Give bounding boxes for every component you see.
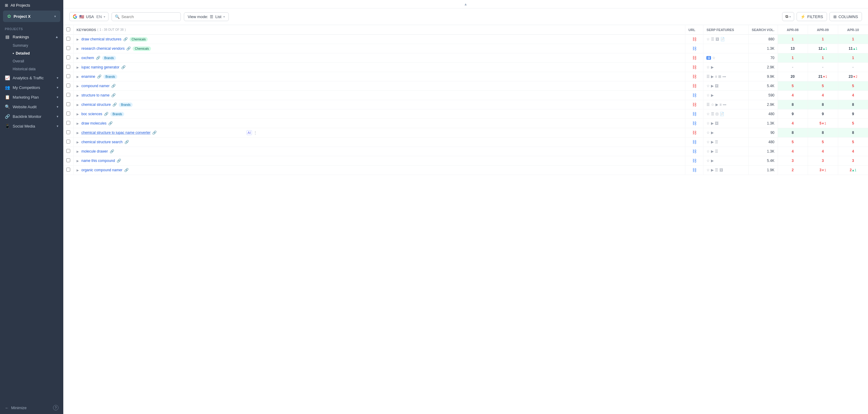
badge-chemicals: Chemicals <box>130 37 148 41</box>
row-checkbox[interactable] <box>66 74 70 78</box>
row-checkbox-cell[interactable] <box>63 100 73 110</box>
row-checkbox-cell[interactable] <box>63 63 73 72</box>
keyword-cell: ▶ molecule drawer 🔗 <box>73 147 685 156</box>
collapse-icon[interactable]: ▲ <box>464 2 467 6</box>
sidebar-item-rankings[interactable]: ▤ Rankings ▲ <box>0 32 63 41</box>
rank-change: ▼1 <box>822 122 826 125</box>
columns-button[interactable]: ⊞ COLUMNS <box>830 12 862 21</box>
project-selector[interactable]: ✿ Project X ▾ <box>3 10 60 22</box>
row-checkbox-cell[interactable] <box>63 166 73 175</box>
sidebar-subitem-detailed[interactable]: Detailed <box>0 50 63 57</box>
url-header-label: URL <box>688 28 695 32</box>
row-checkbox[interactable] <box>66 93 70 97</box>
row-checkbox-cell[interactable] <box>63 156 73 166</box>
row-checkbox-cell[interactable] <box>63 72 73 81</box>
search-engine-selector[interactable]: 🇺🇸 USA EN ▾ <box>69 12 108 21</box>
row-checkbox-cell[interactable] <box>63 35 73 44</box>
top-collapse-bar: ▲ <box>63 0 868 8</box>
more-options-button[interactable]: ⋮ <box>253 130 257 135</box>
sidebar-item-marketing[interactable]: 📋 Marketing Plan ▾ <box>0 92 63 102</box>
serp-cell: ☆ ▶ <box>704 91 749 100</box>
search-input-container[interactable]: 🔍 <box>112 12 181 21</box>
sidebar-item-backlink[interactable]: 🔗 Backlink Monitor ▾ <box>0 112 63 121</box>
keywords-column-header[interactable]: KEYWORDS ( 1 - 38 OUT OF 38 ) <box>73 25 685 35</box>
expand-button[interactable]: ▶ <box>76 131 79 135</box>
rank-cell: 21▼1 <box>808 72 838 81</box>
expand-button[interactable]: ▶ <box>76 56 79 60</box>
keywords-table-wrap: KEYWORDS ( 1 - 38 OUT OF 38 ) URL SERP F… <box>63 25 868 414</box>
keyword-cell: ▶ chemical structure 🔗 Brands <box>73 100 685 110</box>
search-icon: 🔍 <box>115 14 120 19</box>
ai-icon[interactable]: AI <box>247 130 252 135</box>
row-checkbox-cell[interactable] <box>63 91 73 100</box>
expand-button[interactable]: ▶ <box>76 159 79 162</box>
url-column-header[interactable]: URL <box>685 25 704 35</box>
expand-button[interactable]: ▶ <box>76 47 79 50</box>
sidebar-subitem-summary[interactable]: Summary <box>0 41 63 50</box>
row-checkbox-cell[interactable] <box>63 53 73 63</box>
row-checkbox[interactable] <box>66 149 70 153</box>
search-input[interactable] <box>121 14 178 19</box>
minimize-button[interactable]: ← Minimize ? <box>0 401 63 414</box>
row-checkbox[interactable] <box>66 84 70 87</box>
copy-button[interactable]: ⧉ ▾ <box>782 12 794 21</box>
help-icon[interactable]: ? <box>53 405 59 410</box>
row-checkbox-cell[interactable] <box>63 119 73 128</box>
sidebar-subitem-historical[interactable]: Historical data <box>0 65 63 73</box>
link-icon: 🔗 <box>124 168 129 172</box>
select-all-header[interactable] <box>63 25 73 35</box>
table-header-row: KEYWORDS ( 1 - 38 OUT OF 38 ) URL SERP F… <box>63 25 868 35</box>
keyword-cell: ▶ draw chemical structures 🔗 Chemicals <box>73 35 685 44</box>
expand-button[interactable]: ▶ <box>76 84 79 88</box>
expand-button[interactable]: ▶ <box>76 103 79 107</box>
row-checkbox[interactable] <box>66 168 70 172</box>
sidebar-item-competitors[interactable]: 👥 My Competitors ▾ <box>0 83 63 92</box>
expand-button[interactable]: ▶ <box>76 38 79 41</box>
row-checkbox[interactable] <box>66 37 70 41</box>
select-all-checkbox[interactable] <box>66 27 70 31</box>
keyword-cell: ▶ enamine 🔗 Brands <box>73 72 685 81</box>
row-checkbox-cell[interactable] <box>63 128 73 138</box>
row-checkbox[interactable] <box>66 130 70 134</box>
row-checkbox-cell[interactable] <box>63 147 73 156</box>
rank-cell: 4 <box>778 119 808 128</box>
row-checkbox-cell[interactable] <box>63 138 73 147</box>
row-checkbox-cell[interactable] <box>63 110 73 119</box>
row-checkbox[interactable] <box>66 140 70 144</box>
expand-button[interactable]: ▶ <box>76 169 79 172</box>
expand-button[interactable]: ▶ <box>76 122 79 125</box>
row-checkbox[interactable] <box>66 121 70 125</box>
row-checkbox[interactable] <box>66 102 70 106</box>
expand-button[interactable]: ▶ <box>76 94 79 97</box>
row-checkbox[interactable] <box>66 56 70 59</box>
row-checkbox-cell[interactable] <box>63 44 73 53</box>
filters-button[interactable]: ⚡ FILTERS <box>797 12 827 21</box>
url-link-icon: ⛓ <box>692 158 696 163</box>
apr10-column-header[interactable]: APR-10 <box>838 25 868 35</box>
expand-button[interactable]: ▶ <box>76 150 79 153</box>
serp-cell: ☆ ▶ <box>704 128 749 138</box>
vol-column-header[interactable]: SEARCH VOL. <box>749 25 778 35</box>
sidebar-item-analytics[interactable]: 📈 Analytics & Traffic ▾ <box>0 73 63 83</box>
row-checkbox-cell[interactable] <box>63 81 73 91</box>
row-checkbox[interactable] <box>66 46 70 50</box>
expand-button[interactable]: ▶ <box>76 113 79 116</box>
sidebar-subitem-overall[interactable]: Overall <box>0 57 63 65</box>
apr09-column-header[interactable]: APR-09 <box>808 25 838 35</box>
row-checkbox[interactable] <box>66 158 70 162</box>
apr08-column-header[interactable]: APR-08 <box>778 25 808 35</box>
expand-button[interactable]: ▶ <box>76 75 79 79</box>
all-projects-link[interactable]: ⊞ All Projects <box>0 0 63 10</box>
expand-button[interactable]: ▶ <box>76 141 79 144</box>
url-cell: ⛓ <box>685 91 704 100</box>
serp-cell <box>704 44 749 53</box>
serp-column-header[interactable]: SERP FEATURES <box>704 25 749 35</box>
link-icon: 🔗 <box>108 121 113 125</box>
sidebar-item-audit[interactable]: 🔍 Website Audit ▾ <box>0 102 63 112</box>
sidebar-item-social[interactable]: 📱 Social Media ▾ <box>0 121 63 131</box>
row-checkbox[interactable] <box>66 112 70 116</box>
view-mode-selector[interactable]: View mode: ☰ List ▾ <box>184 12 229 21</box>
row-checkbox[interactable] <box>66 65 70 69</box>
expand-button[interactable]: ▶ <box>76 66 79 69</box>
url-link-icon: ⛓ <box>692 74 696 79</box>
